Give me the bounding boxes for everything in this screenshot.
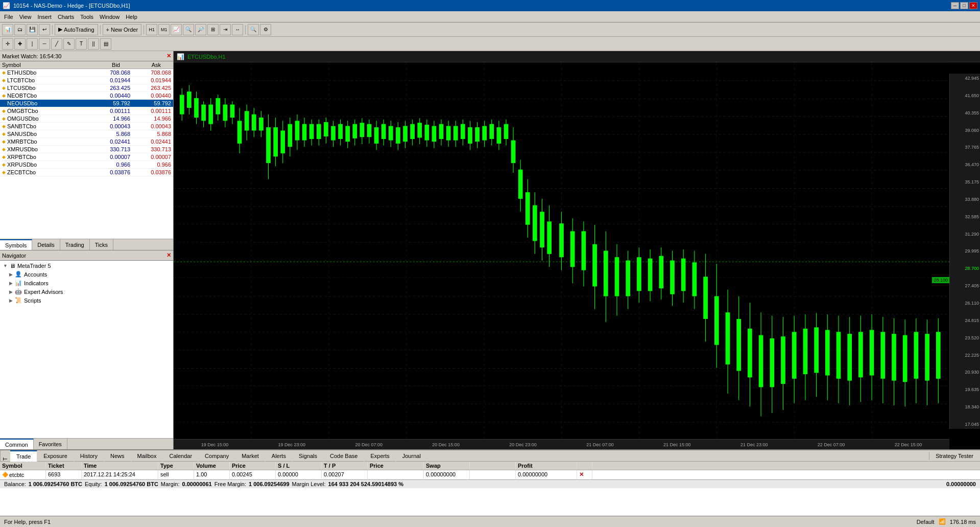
menu-help[interactable]: Help (123, 13, 140, 21)
close-button[interactable]: ✕ (969, 2, 977, 9)
nav-label-scripts: Scripts (24, 297, 41, 304)
market-watch-row[interactable]: ◆ XMRBTCbo 0.02441 0.02441 (0, 138, 173, 146)
svg-rect-143 (592, 244, 597, 287)
menu-file[interactable]: File (1, 13, 16, 21)
tab-market[interactable]: Market (235, 450, 266, 462)
auto-trading-button[interactable]: ▶ AutoTrading (55, 24, 98, 35)
zoom-in-button[interactable]: 🔍 (183, 24, 194, 35)
market-watch-close[interactable]: ✕ (166, 53, 171, 59)
new-chart-button[interactable]: 📊 (2, 24, 13, 35)
zoom-out-button[interactable]: 🔎 (195, 24, 206, 35)
profit-value: 0.00000000 (946, 481, 976, 487)
nav-item-accounts[interactable]: ▶ 👤 Accounts (1, 270, 172, 279)
tab-news[interactable]: News (104, 450, 131, 462)
new-order-button[interactable]: + New Order (103, 24, 142, 35)
nav-item-experts[interactable]: ▶ 🤖 Expert Advisors (1, 287, 172, 296)
tab-signals[interactable]: Signals (293, 450, 324, 462)
tab-company[interactable]: Company (199, 450, 235, 462)
trade-type: sell (158, 470, 194, 479)
period-h1-button[interactable]: H1 (146, 24, 157, 35)
chart-symbol-label: ETCUSDbo,H1 (187, 54, 226, 60)
bid-cell: 0.966 (89, 162, 130, 168)
navigator-close[interactable]: ✕ (166, 252, 171, 259)
mw-tab-details[interactable]: Details (32, 239, 60, 250)
strategy-tester-button[interactable]: Strategy Tester (929, 452, 980, 460)
tab-exposure[interactable]: Exposure (37, 450, 74, 462)
draw-tool-button[interactable]: ✎ (63, 38, 75, 50)
bottom-content: Symbol Ticket Time Type Volume Price S /… (0, 462, 980, 516)
period-h4-button[interactable]: M1 (158, 24, 170, 35)
show-objects-button[interactable]: ▤ (100, 38, 111, 50)
svg-rect-69 (309, 124, 314, 139)
market-watch-row[interactable]: ◆ NEOBTCbo 0.00440 0.00440 (0, 92, 173, 100)
horizontal-line-button[interactable]: ─ (39, 38, 50, 50)
tab-experts[interactable]: Experts (364, 450, 396, 462)
svg-rect-109 (453, 126, 458, 141)
search-button[interactable]: 🔍 (248, 24, 259, 35)
market-watch-row[interactable]: ◆ XRPUSDbo 0.966 0.966 (0, 161, 173, 169)
market-watch-row[interactable]: ◆ ZECBTCbo 0.03876 0.03876 (0, 169, 173, 176)
profiles-button[interactable]: 🗂 (14, 24, 26, 35)
tab-alerts[interactable]: Alerts (266, 450, 293, 462)
market-watch-row[interactable]: ◆ LTCBTCbo 0.01944 0.01944 (0, 77, 173, 84)
tab-mailbox[interactable]: Mailbox (131, 450, 163, 462)
cursor-button[interactable]: ✛ (2, 38, 13, 50)
margin-level-label: Margin Level: (292, 481, 326, 487)
balance-bar: Balance: 1 006.09254760 BTC Equity: 1 00… (0, 479, 980, 488)
symbol-name: NEOUSDbo (7, 100, 37, 106)
col-volume: Volume (194, 462, 230, 470)
scroll-end-button[interactable]: ⇥ (220, 24, 231, 35)
tab-history[interactable]: History (74, 450, 104, 462)
nav-tab-favorites[interactable]: Favorites (34, 439, 67, 449)
menu-view[interactable]: View (16, 13, 35, 21)
market-watch-row[interactable]: ◆ OMGUSDbo 14.966 14.966 (0, 115, 173, 123)
bid-cell: 0.00007 (89, 154, 130, 160)
equity-label: Equity: (85, 481, 102, 487)
nav-tab-common[interactable]: Common (0, 439, 34, 449)
market-watch-row[interactable]: ◆ SANUSDbo 5.868 5.868 (0, 130, 173, 138)
chart-area[interactable]: 📊 ETCUSDbo,H1 42.945 41.650 40.355 39.06… (174, 51, 980, 449)
symbol-cell: ◆ SANUSDbo (2, 131, 89, 137)
settings-button[interactable]: ⚙ (260, 24, 271, 35)
menu-insert[interactable]: Insert (34, 13, 55, 21)
tab-trade[interactable]: Trade (10, 450, 37, 462)
period-sep-button[interactable]: || (88, 38, 99, 50)
mw-tab-trading[interactable]: Trading (60, 239, 90, 250)
chart-canvas[interactable]: 42.945 41.650 40.355 39.060 37.765 36.47… (174, 62, 980, 439)
market-watch-row[interactable]: ◆ XMRUSDbo 330.713 330.713 (0, 146, 173, 153)
tab-codebase[interactable]: Code Base (324, 450, 364, 462)
back-button[interactable]: ↩ (39, 24, 50, 35)
market-watch-row[interactable]: ◆ LTCUSDbo 263.425 263.425 (0, 84, 173, 92)
bid-cell: 59.792 (89, 100, 130, 106)
tab-journal[interactable]: Journal (396, 450, 427, 462)
save-template-button[interactable]: 💾 (27, 24, 38, 35)
tab-calendar[interactable]: Calendar (163, 450, 199, 462)
symbol-cell: ◆ LTCBTCbo (2, 77, 89, 83)
mw-tab-ticks[interactable]: Ticks (90, 239, 113, 250)
minimize-button[interactable]: ─ (951, 2, 959, 9)
market-watch-row[interactable]: ◆ XRPBTCbo 0.00007 0.00007 (0, 153, 173, 161)
market-watch-row[interactable]: ◆ NEOUSDbo 59.792 59.792 (0, 100, 173, 107)
maximize-button[interactable]: □ (960, 2, 968, 9)
trend-line-button[interactable]: ╱ (51, 38, 62, 50)
mw-tab-symbols[interactable]: Symbols (0, 239, 32, 250)
toolbox-btn[interactable]: T (0, 450, 10, 462)
grid-button[interactable]: ⊞ (207, 24, 219, 35)
nav-item-scripts[interactable]: ▶ 📜 Scripts (1, 296, 172, 305)
market-watch-row[interactable]: ◆ SANBTCbo 0.00043 0.00043 (0, 123, 173, 130)
nav-item-indicators[interactable]: ▶ 📊 Indicators (1, 279, 172, 287)
menu-window[interactable]: Window (97, 13, 123, 21)
titlebar-controls[interactable]: ─ □ ✕ (951, 2, 977, 9)
menu-charts[interactable]: Charts (55, 13, 77, 21)
vertical-line-button[interactable]: | (27, 38, 38, 50)
nav-item-metatrader[interactable]: ▼ 🖥 MetaTrader 5 (1, 262, 172, 270)
market-watch-row[interactable]: ◆ ETHUSDbo 708.068 708.068 (0, 69, 173, 77)
text-button[interactable]: T (76, 38, 87, 50)
menu-tools[interactable]: Tools (77, 13, 97, 21)
autoscroll-button[interactable]: ↔ (232, 24, 243, 35)
crosshair-button[interactable]: ✚ (14, 38, 26, 50)
chart-type-button[interactable]: 📈 (171, 24, 182, 35)
symbol-icon: ◆ (2, 93, 6, 98)
market-watch-row[interactable]: ◆ OMGBTCbo 0.00111 0.00111 (0, 107, 173, 115)
trade-close-btn[interactable]: ✕ (577, 470, 592, 479)
